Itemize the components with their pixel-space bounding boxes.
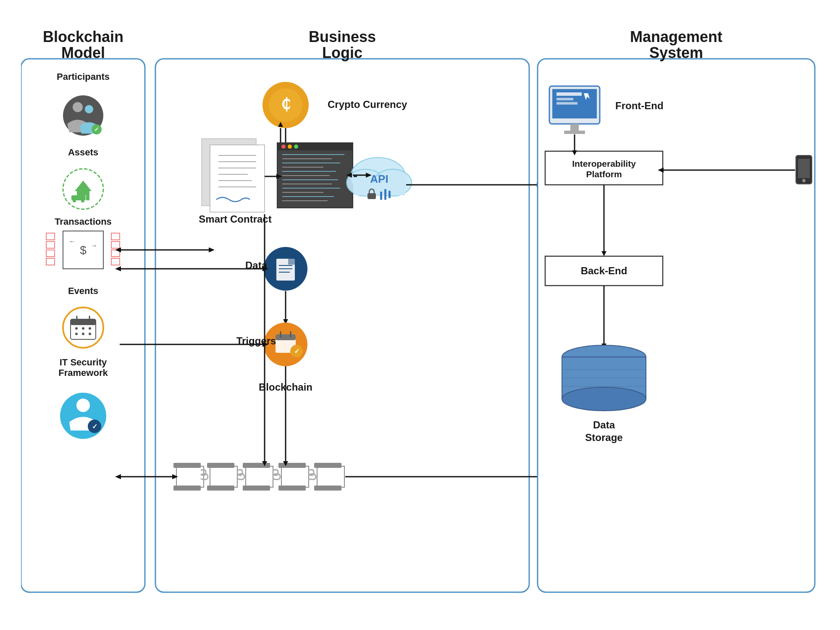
svg-rect-157: [552, 89, 597, 118]
svg-marker-122: [115, 247, 121, 252]
svg-point-70: [281, 144, 286, 149]
svg-text:Interoperability: Interoperability: [572, 159, 636, 168]
svg-rect-112: [243, 463, 270, 468]
svg-point-137: [374, 169, 412, 196]
svg-text:Business: Business: [309, 28, 376, 45]
svg-rect-22: [46, 233, 55, 240]
svg-text:✓: ✓: [92, 423, 97, 430]
svg-marker-89: [288, 259, 295, 265]
svg-point-51: [262, 82, 309, 128]
svg-marker-152: [539, 474, 545, 479]
svg-marker-124: [262, 266, 268, 271]
svg-text:Participants: Participants: [57, 71, 110, 82]
svg-point-5: [73, 102, 83, 112]
svg-marker-172: [572, 150, 577, 155]
svg-rect-117: [317, 466, 344, 487]
svg-marker-56: [283, 155, 288, 160]
svg-text:Logic: Logic: [322, 44, 362, 61]
svg-rect-177: [545, 256, 663, 286]
svg-point-31: [63, 307, 103, 348]
svg-point-39: [75, 333, 78, 335]
svg-point-40: [82, 333, 84, 335]
svg-point-41: [89, 333, 91, 335]
svg-text:₵: ₵: [281, 95, 291, 113]
svg-rect-25: [46, 258, 55, 265]
svg-text:Blockchain: Blockchain: [43, 28, 123, 45]
svg-rect-114: [281, 466, 309, 487]
svg-point-96: [264, 323, 307, 366]
svg-point-87: [264, 247, 307, 291]
svg-text:→: →: [91, 242, 97, 249]
svg-marker-150: [537, 182, 543, 187]
svg-text:Assets: Assets: [68, 147, 98, 158]
svg-rect-105: [176, 466, 204, 487]
svg-text:Back-End: Back-End: [581, 265, 627, 276]
svg-text:System: System: [649, 44, 703, 61]
svg-rect-115: [278, 463, 306, 468]
svg-point-52: [269, 88, 302, 122]
svg-point-37: [82, 327, 84, 330]
svg-rect-32: [71, 319, 96, 339]
svg-rect-116: [278, 486, 306, 491]
svg-text:IT Security: IT Security: [60, 357, 107, 368]
svg-text:Model: Model: [61, 44, 105, 61]
svg-point-45: [76, 399, 90, 412]
svg-point-72: [294, 144, 298, 149]
svg-marker-127: [262, 342, 268, 347]
svg-rect-153: [538, 59, 815, 592]
svg-text:Data: Data: [245, 260, 268, 271]
svg-marker-161: [584, 93, 590, 100]
svg-rect-158: [556, 92, 582, 96]
svg-rect-143: [388, 191, 391, 198]
svg-rect-60: [210, 145, 265, 212]
svg-rect-24: [46, 250, 55, 257]
svg-text:$: $: [80, 244, 87, 257]
diagram-container: Blockchain Model Participants ✓ Assets T…: [21, 25, 819, 605]
svg-point-15: [73, 199, 76, 202]
svg-rect-166: [798, 159, 810, 178]
svg-rect-109: [207, 463, 234, 468]
svg-point-135: [351, 158, 405, 195]
svg-rect-13: [80, 195, 86, 200]
svg-text:Front-End: Front-End: [615, 100, 664, 111]
svg-rect-113: [243, 486, 270, 491]
svg-rect-165: [796, 155, 812, 184]
svg-rect-163: [564, 131, 585, 134]
svg-rect-48: [155, 59, 529, 592]
svg-rect-14: [71, 195, 86, 200]
svg-marker-147: [346, 173, 352, 178]
svg-text:Management: Management: [630, 28, 722, 45]
svg-text:Triggers: Triggers: [236, 335, 276, 346]
svg-text:Blockchain: Blockchain: [259, 381, 312, 393]
svg-text:Events: Events: [68, 286, 98, 296]
svg-rect-182: [562, 357, 646, 399]
svg-point-44: [60, 393, 106, 439]
svg-marker-86: [276, 174, 282, 179]
svg-point-36: [75, 327, 78, 330]
svg-rect-138: [355, 183, 405, 195]
svg-marker-133: [115, 474, 121, 479]
svg-rect-160: [556, 102, 578, 105]
svg-rect-29: [111, 258, 120, 265]
svg-text:✓: ✓: [294, 348, 299, 355]
svg-point-167: [802, 179, 806, 182]
svg-rect-168: [545, 151, 663, 185]
svg-marker-11: [75, 181, 92, 191]
svg-marker-131: [262, 461, 267, 466]
svg-rect-111: [246, 466, 273, 487]
svg-marker-125: [115, 266, 121, 271]
svg-rect-26: [111, 233, 120, 240]
svg-point-46: [88, 420, 101, 433]
svg-marker-176: [601, 251, 606, 256]
svg-rect-69: [277, 143, 353, 150]
arrows-svg: Blockchain Model Participants ✓ Assets T…: [21, 25, 819, 605]
svg-rect-140: [368, 193, 376, 199]
svg-rect-98: [276, 334, 296, 340]
svg-rect-68: [277, 143, 353, 208]
svg-rect-162: [570, 124, 579, 131]
svg-point-6: [85, 105, 93, 113]
svg-point-181: [562, 345, 646, 369]
svg-rect-97: [276, 334, 296, 353]
svg-point-136: [346, 169, 384, 196]
svg-marker-174: [658, 168, 664, 173]
